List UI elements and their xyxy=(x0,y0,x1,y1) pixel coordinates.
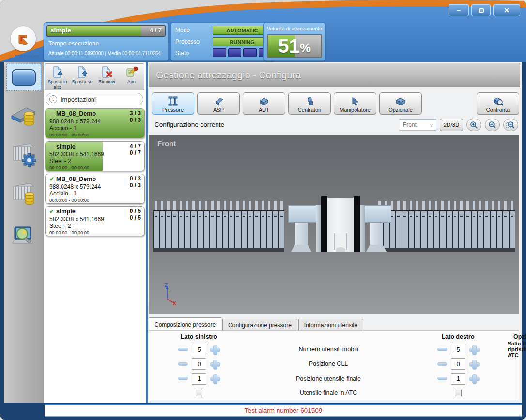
category-tab-row: Pressore ASP AUT xyxy=(152,91,519,116)
view-select[interactable]: Front ∨ xyxy=(400,119,436,131)
posizione-cll-left-stepper: 0 xyxy=(178,358,219,370)
decrement-button[interactable] xyxy=(178,362,188,366)
sposta-su-button[interactable]: Sposta su xyxy=(70,64,94,90)
sidebar-item-rack-database[interactable] xyxy=(8,178,39,209)
job-card-material: Steel - 2 xyxy=(49,158,71,165)
job-card[interactable]: ✔simple 4 / 70 / 7 582.3338 x 541.1669 S… xyxy=(45,141,145,171)
rimuovi-button[interactable]: Rimuovi xyxy=(94,64,119,90)
tempo-esecuzione-label: Tempo esecuzione xyxy=(48,40,99,47)
minimize-button[interactable]: − xyxy=(449,4,469,16)
sidebar-item-panel-selected[interactable] xyxy=(6,64,41,91)
axis-z-label: Z xyxy=(165,283,168,288)
increment-button[interactable] xyxy=(210,345,219,354)
rack-database-icon xyxy=(10,180,38,208)
posizione-cll-right-value[interactable]: 0 xyxy=(451,358,465,370)
job-card-name: MB_08_Demo xyxy=(56,176,96,182)
decrement-button[interactable] xyxy=(178,377,188,380)
window-controls: − ✕ xyxy=(449,4,520,16)
job-progress-count: 4 / 7 xyxy=(150,27,162,34)
press-black-column-right xyxy=(354,196,360,252)
confronta-button[interactable]: Confronta xyxy=(477,92,519,115)
zoom-in-button[interactable] xyxy=(466,119,481,131)
job-card-time: 00:00:00 - 00:00:00 xyxy=(49,132,89,137)
job-card-name: MB_08_Demo xyxy=(56,110,96,117)
zoom-out-button[interactable] xyxy=(485,119,500,131)
axis-triad: Z Y X xyxy=(161,283,184,308)
numero-utensili-left-value[interactable]: 5 xyxy=(192,344,206,355)
press-column-left xyxy=(295,223,308,246)
sposta-in-alto-button[interactable]: Sposta in alto xyxy=(45,64,70,90)
job-card[interactable]: ✔simple 0 / 50 / 5 582.3338 x 541.1669 S… xyxy=(45,206,145,236)
tab-aut[interactable]: AUT xyxy=(243,92,285,115)
decrement-button[interactable] xyxy=(437,348,447,351)
tab-asp[interactable]: ASP xyxy=(197,92,240,115)
tab-informazioni-utensile[interactable]: Informazioni utensile xyxy=(298,319,363,331)
lato-sinistro-header: Lato sinistro xyxy=(181,333,217,340)
tab-pressore[interactable]: Pressore xyxy=(152,92,194,115)
job-card-counts: 3 / 30 / 3 xyxy=(130,110,141,123)
edit-open-icon xyxy=(125,66,138,78)
posizione-utensile-finale-right-value[interactable]: 1 xyxy=(451,373,465,385)
posizione-utensile-finale-left-value[interactable]: 1 xyxy=(192,373,206,385)
job-card-time: 00:00:00 - 00:00:00 xyxy=(49,165,89,170)
maximize-button[interactable] xyxy=(471,4,491,16)
job-card[interactable]: ✔MB_08_Demo 0 / 30 / 3 988.0248 x 579.24… xyxy=(45,174,145,204)
logo-text: theSOFTWARE xyxy=(5,54,43,59)
execution-time-stats: Attuale 00:00:11.0890000 | Media 00:00:0… xyxy=(48,51,161,56)
utensile-finale-atc-label: Utensile finale in ATC xyxy=(300,390,357,396)
maximize-icon xyxy=(479,8,484,13)
check-icon: ✔ xyxy=(49,110,54,117)
apri-button[interactable]: Apri xyxy=(119,64,144,90)
left-nav-rail xyxy=(4,62,44,403)
increment-button[interactable] xyxy=(469,345,479,354)
posizione-utensile-finale-right-stepper: 1 xyxy=(437,373,479,385)
processo-label: Processo xyxy=(175,38,200,45)
increment-button[interactable] xyxy=(210,360,219,369)
view-2d3d-toggle[interactable]: 2D/3D xyxy=(440,119,463,131)
feed-speed-label: Velocità di avanzamento xyxy=(264,26,325,31)
modo-label: Modo xyxy=(175,27,190,33)
tab-composizione-pressore[interactable]: Composizione pressore xyxy=(149,317,221,331)
utensile-finale-atc-right-checkbox[interactable] xyxy=(455,390,462,396)
asp-icon xyxy=(212,96,225,106)
press-column-right xyxy=(370,223,383,246)
increment-button[interactable] xyxy=(469,360,479,369)
utensile-finale-atc-left-checkbox[interactable] xyxy=(196,390,202,396)
job-card-time: 00:00:00 - 00:00:00 xyxy=(49,197,89,203)
configurazione-corrente-label: Configurazione corrente xyxy=(155,121,224,128)
decrement-button[interactable] xyxy=(178,348,188,351)
check-icon: ✔ xyxy=(49,176,54,182)
machine-state-panel: Modo AUTOMATIC Processo RUNNING Stato xyxy=(170,22,275,61)
stato-segment xyxy=(228,48,242,57)
sidebar-item-rack-settings[interactable] xyxy=(8,138,39,169)
increment-button[interactable] xyxy=(210,374,219,383)
tab-centratori[interactable]: Centratori xyxy=(288,92,331,115)
numero-utensili-label: Numero utensili mobili xyxy=(299,346,358,353)
press-black-column-left xyxy=(321,196,327,252)
posizione-cll-left-value[interactable]: 0 xyxy=(192,358,206,370)
tab-opzionale[interactable]: Opzionale xyxy=(379,92,422,115)
numero-utensili-right-value[interactable]: 5 xyxy=(451,344,465,355)
impostazioni-expander[interactable]: ⌄ Impostazioni xyxy=(46,93,143,105)
increment-button[interactable] xyxy=(469,374,479,383)
machine-3d-viewport[interactable]: Front Z xyxy=(149,135,519,314)
posizione-cll-right-stepper: 0 xyxy=(437,358,479,370)
stato-segment xyxy=(213,48,226,57)
salta-ripristino-atc-label: Salta il ripristino ATC xyxy=(508,341,526,358)
posizione-utensile-finale-label: Posizione utensile finale xyxy=(296,375,361,382)
viewport-view-label: Front xyxy=(157,139,176,148)
close-button[interactable]: ✕ xyxy=(493,4,520,16)
job-card-material: Acciaio - 1 xyxy=(49,190,77,197)
tab-manipolatore[interactable]: Manipolatore xyxy=(334,92,376,115)
decrement-button[interactable] xyxy=(437,377,447,380)
sidebar-item-diagnostics[interactable] xyxy=(8,221,39,252)
job-card-name: simple xyxy=(56,208,76,215)
job-progress-bar: simple 4 / 7 xyxy=(46,25,166,37)
tab-configurazione-pressore[interactable]: Configurazione pressore xyxy=(222,319,297,331)
job-card[interactable]: ✔MB_08_Demo 3 / 30 / 3 988.0248 x 579.24… xyxy=(45,108,145,138)
decrement-button[interactable] xyxy=(437,362,447,366)
sidebar-item-machine-database[interactable] xyxy=(8,100,39,131)
zoom-fit-button[interactable] xyxy=(503,119,518,131)
job-progress-panel: simple 4 / 7 Tempo esecuzione Attuale 00… xyxy=(44,22,169,61)
config-row: Configurazione corrente Front ∨ 2D/3D xyxy=(149,118,519,133)
